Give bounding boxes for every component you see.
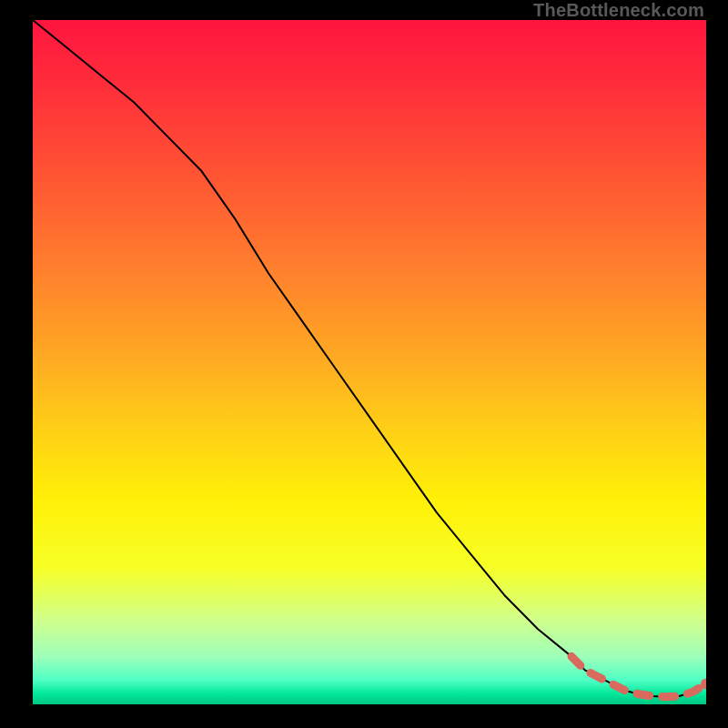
chart-svg (33, 20, 706, 704)
plot-area (33, 20, 706, 704)
watermark-text: TheBottleneck.com (533, 0, 704, 21)
chart-container: { "watermark": "TheBottleneck.com", "gra… (0, 0, 728, 728)
gradient-background (33, 20, 706, 704)
